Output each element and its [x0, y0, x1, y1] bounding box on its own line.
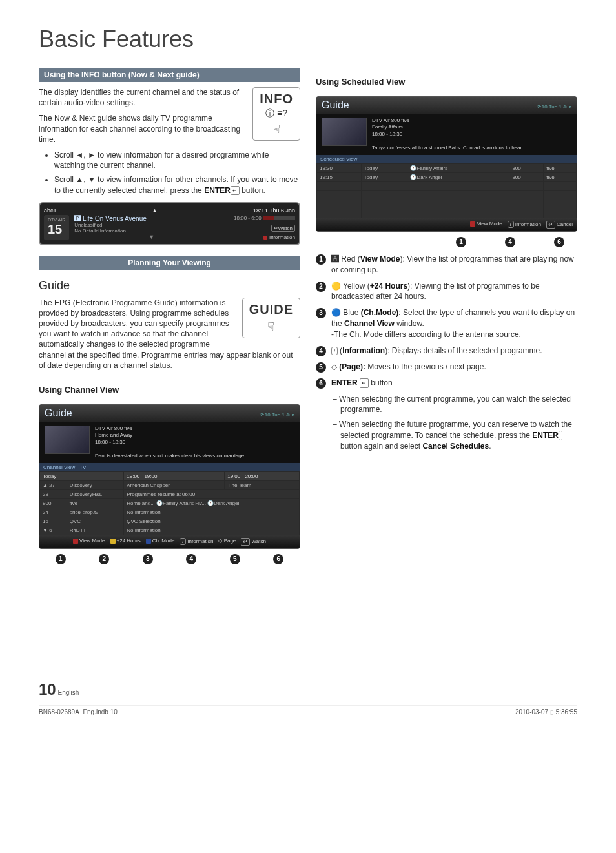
programme-title: 🅿 Life On Venus Avenue: [74, 215, 229, 222]
table-row: 800fiveHome and... 🕐Family Affairs Fiv..…: [40, 498, 300, 508]
legend-24-hours: 🟡 Yellow (+24 Hours): Viewing the list o…: [331, 281, 577, 303]
panel-channel-name: abc1: [44, 207, 57, 214]
bullet-scroll-lr: Scroll ◄, ► to view information for a de…: [54, 150, 300, 170]
page-number: 10: [39, 681, 56, 698]
now-next-panel: abc1 ▲ 18:11 Thu 6 Jan DTV Air 15 🅿 Life…: [39, 202, 300, 245]
channel-number: 15: [48, 222, 65, 237]
legend-information: i (Information): Displays details of the…: [331, 345, 542, 356]
scheduled-view-tab: Scheduled View: [316, 155, 577, 163]
hand-icon: ☟: [249, 320, 293, 334]
bullet-scroll-ud: Scroll ▲, ▼ to view information for othe…: [54, 174, 300, 195]
table-row: 28DiscoveryH&LProgrammes resume at 06:00: [40, 489, 300, 498]
table-row: [317, 200, 577, 209]
table-row: [317, 209, 577, 218]
section-info-button: Using the INFO button (Now & Next guide): [39, 68, 300, 82]
table-row: 16QVCQVC Selection: [40, 517, 300, 526]
guide-thumbnail: [322, 118, 367, 146]
table-row: [317, 190, 577, 200]
guide-channel-view-panel: Guide 2:10 Tue 1 Jun DTV Air 800 five Ho…: [39, 404, 300, 549]
table-row: 19:15Today🕐Dark Angel800five: [317, 172, 577, 181]
print-timestamp: 2010-03-07 ▯ 5:36:55: [515, 708, 577, 715]
table-row: 18:30Today🕐Family Affairs800five: [317, 163, 577, 172]
hand-icon: ☟: [260, 122, 293, 136]
guide-heading: Guide: [39, 279, 300, 293]
guide-panel-title: Guide: [45, 407, 72, 419]
channel-box: DTV Air 15: [44, 215, 69, 240]
watch-hint: ↵Watch: [271, 225, 295, 232]
guide-bottom-bar: View Mode +24 Hours Ch. Mode i Informati…: [39, 535, 300, 548]
using-scheduled-view-heading: Using Scheduled View: [316, 77, 405, 87]
section-planning: Planning Your Viewing: [39, 256, 300, 270]
panel-clock: 18:11 Thu 6 Jan: [253, 207, 295, 214]
callouts-scheduled-view: 1 4 6: [316, 237, 577, 247]
page-title: Basic Features: [39, 26, 577, 56]
guide-thumbnail: [45, 426, 90, 454]
scheduled-table: 18:30Today🕐Family Affairs800five 19:15To…: [316, 163, 577, 218]
dash-future-programme: When selecting the future programme, you…: [333, 419, 577, 451]
guide-remote-icon: GUIDE ☟: [242, 298, 300, 338]
callouts-channel-view: 1 2 3 4 5 6: [39, 554, 300, 564]
legend-page: ◇ (Page): Moves to the previous / next p…: [331, 362, 486, 373]
legend-ch-mode: 🔵 Blue (Ch.Mode): Select the type of cha…: [331, 307, 577, 340]
table-row: ▲ 27DiscoveryAmerican ChopperTine Team: [40, 480, 300, 489]
guide-panel-time: 2:10 Tue 1 Jun: [260, 412, 294, 418]
info-remote-icon: INFO ⓘ ≡? ☟: [252, 87, 300, 141]
table-row: [317, 181, 577, 190]
guide-panel-time: 2:10 Tue 1 Jun: [537, 104, 571, 110]
channel-view-tab: Channel View - TV: [39, 463, 300, 471]
guide-scheduled-view-panel: Guide 2:10 Tue 1 Jun DTV Air 800 five Fa…: [316, 96, 577, 232]
guide-table: Today 18:00 - 19:00 19:00 - 20:00 ▲ 27Di…: [39, 471, 300, 535]
page-footer: 10 English: [39, 681, 577, 699]
legend-view-mode: 🅰 Red (View Mode): View the list of prog…: [331, 254, 577, 276]
doc-id: BN68-02689A_Eng.indb 10: [39, 708, 118, 715]
legend-list: 1🅰 Red (View Mode): View the list of pro…: [316, 254, 577, 389]
left-column: Using the INFO button (Now & Next guide)…: [39, 68, 300, 564]
table-row: 24price-drop.tvNo Information: [40, 508, 300, 517]
info-icon-sub: ⓘ ≡?: [260, 108, 293, 119]
dash-current-programme: When selecting the current programme, yo…: [333, 394, 577, 416]
enter-sub-list: When selecting the current programme, yo…: [333, 394, 577, 452]
guide-panel-title: Guide: [322, 99, 349, 111]
legend-enter: ENTER ↵ button: [331, 378, 393, 389]
scheduled-bottom-bar: View Mode i Information ↵ Cancel: [316, 218, 577, 231]
table-row: ▼ 6R4DTTNo Information: [40, 526, 300, 535]
info-icon-label: INFO: [260, 92, 293, 107]
info-bullets: Scroll ◄, ► to view information for a de…: [54, 150, 300, 196]
guide-icon-label: GUIDE: [249, 302, 293, 317]
right-column: Using Scheduled View Guide 2:10 Tue 1 Ju…: [316, 68, 577, 564]
using-channel-view-heading: Using Channel View: [39, 385, 119, 395]
